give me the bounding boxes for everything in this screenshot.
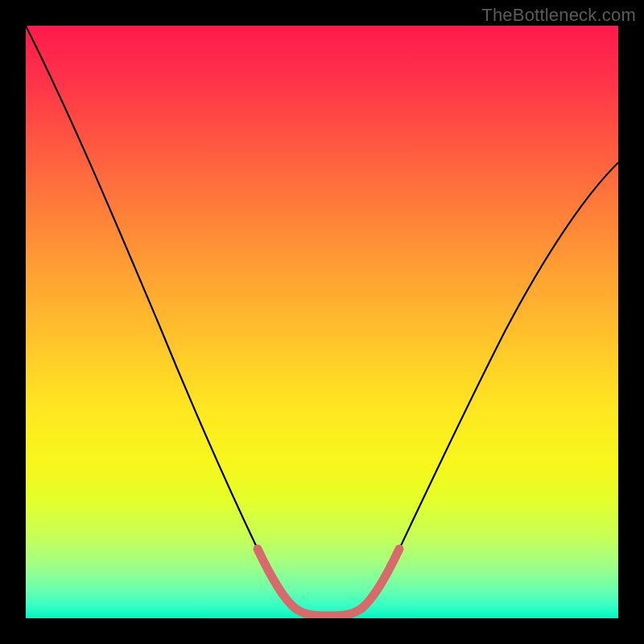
bottleneck-curve (26, 26, 618, 616)
optimal-range-highlight (258, 549, 399, 616)
plot-area (26, 26, 618, 618)
chart-frame: TheBottleneck.com (0, 0, 644, 644)
watermark-text: TheBottleneck.com (481, 5, 636, 26)
curve-layer (26, 26, 618, 618)
